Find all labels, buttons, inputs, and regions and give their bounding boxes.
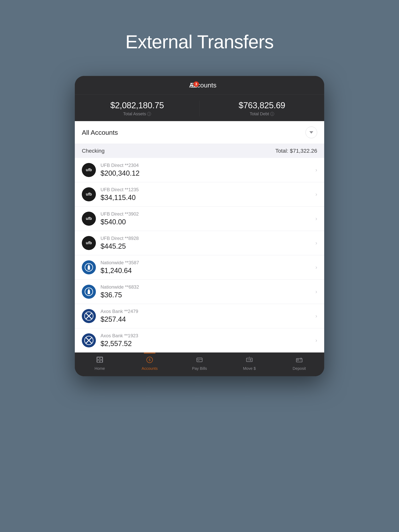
account-name: UFB Direct **3902 [101,211,312,217]
account-balance: $445.25 [101,242,312,250]
chevron-right-icon: › [315,264,317,271]
summary-bar: $2,082,180.75 Total Assets i $763,825.69… [75,95,324,121]
tab-bar: Home $ Accounts [75,352,324,376]
chevron-right-icon: › [315,240,317,246]
ufb-logo: ufb [82,163,96,177]
svg-rect-23 [97,357,99,360]
tab-active-bar [144,353,155,354]
svg-rect-24 [100,357,102,360]
pay-bills-icon [196,356,203,365]
svg-rect-29 [197,358,202,362]
svg-rect-13 [88,291,90,294]
tab-deposit[interactable]: Deposit [274,356,324,371]
page-title: External Transfers [125,31,274,53]
tab-move-money[interactable]: + Move $ [225,356,274,371]
account-item[interactable]: Axos Bank **1923 $2,557.52 › [75,328,324,352]
menu-button[interactable]: 3 [190,83,197,88]
deposit-icon [296,356,302,365]
svg-text:ufb: ufb [86,192,92,196]
account-balance: $200,340.12 [101,169,312,177]
account-item[interactable]: ufb UFB Direct **8928 $445.25 › [75,231,324,255]
account-name: Nationwide **3587 [101,260,312,266]
svg-rect-25 [97,360,99,362]
nationwide-logo [82,285,96,299]
tab-pay-bills-label: Pay Bills [192,366,207,371]
svg-rect-36 [297,359,299,361]
nav-bar: 3 Accounts [75,76,324,95]
account-name: UFB Direct **8928 [101,236,312,241]
device-frame: 3 Accounts $2,082,180.75 Total Assets i … [75,76,324,376]
account-balance: $257.44 [101,315,312,323]
chevron-right-icon: › [315,167,317,173]
account-balance: $2,557.52 [101,340,312,348]
svg-rect-26 [100,360,102,362]
account-balance: $540.00 [101,218,312,226]
content-area: All Accounts Checking Total: $71,322.26 [75,121,324,352]
tab-pay-bills[interactable]: Pay Bills [174,356,225,371]
tab-home-label: Home [95,366,105,371]
account-info: Nationwide **3587 $1,240.64 [101,260,312,275]
account-item[interactable]: ufb UFB Direct **3902 $540.00 › [75,207,324,231]
account-item[interactable]: Axos Bank **2479 $257.44 › [75,304,324,328]
svg-text:+: + [249,356,250,359]
account-name: Axos Bank **1923 [101,333,312,338]
account-info: Axos Bank **2479 $257.44 [101,309,312,323]
checking-total: Total: $71,322.26 [275,148,317,154]
account-info: UFB Direct **3902 $540.00 [101,211,312,226]
accounts-icon: $ [146,356,153,365]
axos-logo [82,309,96,323]
page-wrapper: External Transfers 3 Accounts $2,082,180… [0,0,399,532]
total-assets-amount: $2,082,180.75 [110,101,164,110]
ufb-logo: ufb [82,212,96,226]
svg-rect-10 [88,266,90,270]
total-debt-amount: $763,825.69 [239,101,285,110]
chevron-down-icon [309,131,313,133]
tab-deposit-label: Deposit [293,366,306,371]
hamburger-icon [190,87,197,88]
account-name: Nationwide **6832 [101,284,312,290]
account-info: UFB Direct **2304 $200,340.12 [101,163,312,177]
notification-badge: 3 [193,81,199,87]
collapse-button[interactable] [305,127,317,138]
tab-accounts-label: Accounts [142,366,158,371]
chevron-right-icon: › [315,289,317,295]
account-balance: $36.75 [101,291,312,299]
ufb-logo: ufb [82,187,96,201]
account-name: UFB Direct **2304 [101,163,312,168]
axos-logo [82,333,96,347]
account-item[interactable]: ufb UFB Direct **2304 $200,340.12 › [75,158,324,182]
total-debt-section: $763,825.69 Total Debt i [200,101,324,116]
nationwide-logo [82,260,96,274]
account-info: Axos Bank **1923 $2,557.52 [101,333,312,348]
svg-text:ufb: ufb [86,241,92,245]
account-item[interactable]: Nationwide **3587 $1,240.64 › [75,255,324,280]
all-accounts-header: All Accounts [75,121,324,144]
account-balance: $34,115.40 [101,194,312,202]
account-info: Nationwide **6832 $36.75 [101,284,312,299]
home-icon [97,356,103,365]
checking-section-header: Checking Total: $71,322.26 [75,144,324,158]
account-item[interactable]: Nationwide **6832 $36.75 › [75,280,324,304]
total-assets-info-icon[interactable]: i [147,112,151,116]
account-item[interactable]: ufb UFB Direct **1235 $34,115.40 › [75,182,324,207]
account-info: UFB Direct **1235 $34,115.40 [101,187,312,202]
account-name: UFB Direct **1235 [101,187,312,192]
move-money-icon: + [246,356,253,365]
total-debt-info-icon[interactable]: i [270,112,274,116]
account-balance: $1,240.64 [101,266,312,275]
total-debt-label: Total Debt i [250,111,274,116]
tab-home[interactable]: Home [75,356,125,371]
svg-text:ufb: ufb [86,216,92,221]
chevron-right-icon: › [315,313,317,319]
account-name: Axos Bank **2479 [101,309,312,314]
account-info: UFB Direct **8928 $445.25 [101,236,312,250]
chevron-right-icon: › [315,215,317,222]
svg-text:$: $ [149,358,151,362]
checking-label: Checking [82,148,105,154]
chevron-right-icon: › [315,191,317,197]
total-assets-section: $2,082,180.75 Total Assets i [75,101,200,116]
all-accounts-title: All Accounts [82,129,118,136]
total-assets-label: Total Assets i [123,111,151,116]
tab-move-money-label: Move $ [243,366,256,371]
tab-accounts[interactable]: $ Accounts [125,356,174,371]
